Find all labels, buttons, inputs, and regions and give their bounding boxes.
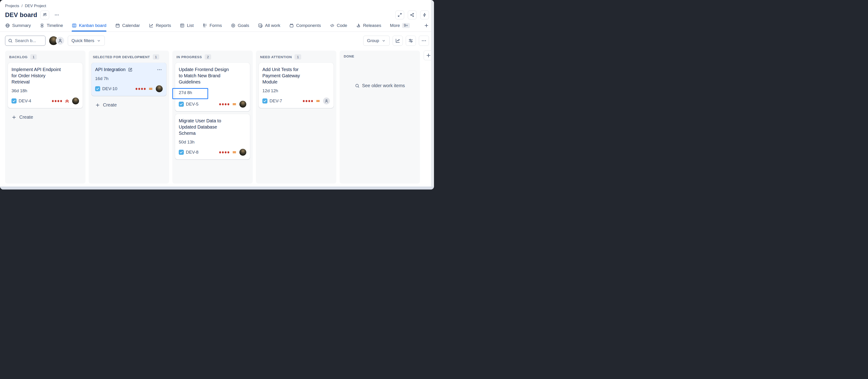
person-icon [324,99,329,103]
tab-forms[interactable]: Forms [203,23,222,31]
component-box-icon [289,23,294,28]
card-title: Migrate User Data to Updated Database Sc… [179,118,246,136]
priority-medium-icon [231,101,237,107]
search-box [5,36,45,46]
tab-code[interactable]: Code [330,23,347,31]
tab-list[interactable]: List [180,23,194,31]
tab-reports[interactable]: Reports [149,23,171,31]
insights-button[interactable] [393,36,403,46]
view-settings-button[interactable] [406,36,416,46]
story-dots [219,103,229,105]
tab-summary[interactable]: Summary [5,23,31,31]
automation-button[interactable] [420,10,429,19]
create-issue-button[interactable]: Create [9,113,81,122]
column-name: BACKLOG [9,55,28,59]
tab-releases[interactable]: Releases [356,23,381,31]
board-more-button[interactable] [52,10,61,19]
priority-highest-icon [64,98,70,104]
breadcrumb-separator: / [21,4,23,8]
fullscreen-button[interactable] [395,10,404,19]
vertical-scrollbar[interactable] [431,0,434,186]
tab-kanban-board[interactable]: Kanban board [72,23,106,31]
quick-filters-label: Quick filters [71,38,94,43]
column-header: NEED ATTENTION 1 [256,51,336,61]
priority-medium-icon [231,149,237,155]
column-cards: Update Frontend Design to Match New Bran… [172,61,253,162]
card-title: Implement API Endpoint for Order History… [11,66,79,85]
tab-label: Forms [210,23,222,28]
board-view-more-button[interactable] [419,36,429,46]
share-button[interactable] [408,10,416,19]
plus-icon [11,115,17,120]
story-dots [52,100,62,102]
card-estimate: 27d 8h [179,90,246,95]
board-members-button[interactable] [40,10,49,19]
breadcrumb: Projects / DEV Project [5,4,429,8]
breadcrumb-project[interactable]: DEV Project [25,4,46,8]
add-view-tab[interactable] [424,23,429,31]
card-dev-8[interactable]: Migrate User Data to Updated Database Sc… [175,114,250,159]
tab-label: Code [337,23,347,28]
horizontal-scrollbar[interactable] [0,186,434,190]
checkbox-icon [258,23,263,28]
create-issue-button[interactable]: Create [93,100,165,110]
see-older-work-items-link[interactable]: See older work items [340,83,420,88]
share-icon [410,12,415,18]
plus-icon [95,103,100,108]
column-cards: Implement API Endpoint for Order History… [5,61,86,126]
story-dots [135,88,146,90]
column-header: SELECTED FOR DEVELOPMENT 1 [89,51,169,61]
avatar-unassigned[interactable] [56,36,65,45]
assignee-avatar [239,101,246,108]
column-selected-for-development: SELECTED FOR DEVELOPMENT 1 API Integrati… [89,51,169,183]
task-type-icon [95,86,100,91]
search-icon [8,38,13,43]
column-header: IN PROGRESS 2 [172,51,253,61]
search-icon [355,83,360,88]
lightning-icon [422,12,427,18]
line-chart-icon [149,23,154,28]
tab-components[interactable]: Components [289,23,321,31]
header-actions [395,10,429,19]
estimate-value[interactable]: 27d 8h [179,90,192,95]
tab-label: Goals [238,23,249,28]
card-footer: DEV-4 [11,97,79,105]
group-label: Group [367,38,379,43]
filter-row: Quick filters Group [0,32,434,50]
card-badges [52,97,79,105]
tab-label: Calendar [122,23,140,28]
title-row: DEV board [5,10,429,19]
tab-goals[interactable]: Goals [231,23,249,31]
card-estimate: 36d 18h [11,88,79,93]
timeline-bars-icon [39,23,44,28]
tab-all-work[interactable]: All work [258,23,280,31]
group-by-button[interactable]: Group [363,36,390,46]
card-dev-7[interactable]: Add Unit Tests for Payment Gateway Modul… [259,63,334,108]
insights-chart-icon [395,38,400,43]
card-title: Add Unit Tests for Payment Gateway Modul… [262,66,330,85]
card-footer: DEV-8 [179,149,246,156]
target-icon [231,23,236,28]
assignee-avatar [239,149,246,156]
assignee-avatar [156,85,163,92]
person-icon [57,38,63,43]
card-more-icon[interactable] [156,66,163,73]
quick-filters-button[interactable]: Quick filters [68,36,105,46]
tab-more[interactable]: More 9+ [390,23,410,31]
column-name: NEED ATTENTION [260,55,292,59]
column-name: IN PROGRESS [177,55,202,59]
card-dev-10[interactable]: API Integration 16d 7h [91,63,166,96]
priority-medium-icon [148,86,153,91]
breadcrumb-projects[interactable]: Projects [5,4,19,8]
card-dev-4[interactable]: Implement API Endpoint for Order History… [8,63,83,108]
tab-label: Releases [363,23,381,28]
tab-timeline[interactable]: Timeline [39,23,63,31]
edit-pencil-icon[interactable] [128,67,133,72]
table-icon [180,23,185,28]
card-dev-5[interactable]: Update Frontend Design to Match New Bran… [175,63,250,111]
card-key: DEV-7 [270,98,282,104]
card-key: DEV-5 [186,101,198,107]
page-title: DEV board [5,11,37,19]
card-title-row: API Integration [95,66,163,73]
tab-calendar[interactable]: Calendar [115,23,140,31]
